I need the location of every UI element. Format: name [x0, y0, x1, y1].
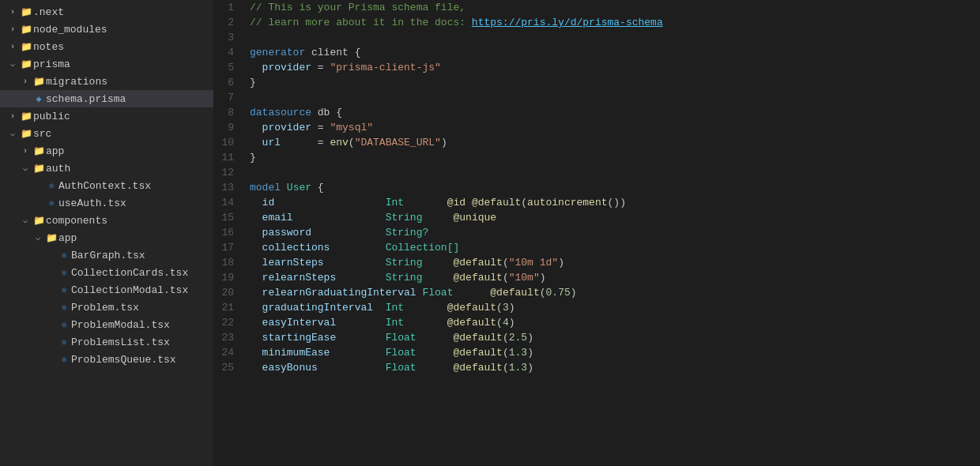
- attr-token: relearnSteps: [262, 272, 337, 284]
- sidebar-item-BarGraph.tsx[interactable]: ⚛ BarGraph.tsx: [0, 246, 213, 264]
- item-label: AuthContext.tsx: [58, 180, 213, 192]
- sidebar-item-components[interactable]: ⌵ 📁 components: [0, 212, 213, 229]
- type-token: Collection[]: [386, 242, 460, 254]
- code-line: 17 collections Collection[]: [213, 240, 980, 255]
- plain-token: [250, 347, 262, 359]
- line-number: 18: [213, 255, 247, 270]
- sidebar-item-src[interactable]: ⌵ 📁 src: [0, 125, 213, 142]
- plain-token: [250, 137, 262, 148]
- plain-token: [274, 197, 385, 209]
- decorator-token: @default: [447, 317, 496, 329]
- decorator-token: autoincrement: [527, 197, 607, 209]
- item-label: src: [33, 128, 213, 140]
- plain-token: =: [311, 122, 330, 133]
- line-code: [247, 90, 980, 105]
- item-label: prisma: [33, 58, 213, 70]
- plain-token: (: [503, 257, 509, 269]
- plain-token: [336, 317, 385, 329]
- code-line: 25 easyBonus Float @default(1.3): [213, 360, 980, 375]
- plain-token: [250, 287, 262, 299]
- plain-token: [330, 347, 385, 359]
- line-number: 20: [213, 285, 247, 300]
- code-line: 22 easyInterval Int @default(4): [213, 315, 980, 330]
- plain-token: [422, 212, 453, 224]
- ts-icon: ⚛: [57, 354, 71, 366]
- plain-token: [336, 332, 385, 344]
- sidebar-item-notes[interactable]: › 📁 notes: [0, 38, 213, 55]
- sidebar-item-Problem.tsx[interactable]: ⚛ Problem.tsx: [0, 299, 213, 316]
- sidebar-item-CollectionModal.tsx[interactable]: ⚛ CollectionModal.tsx: [0, 281, 213, 299]
- code-line: 9 provider = "mysql": [213, 120, 980, 135]
- plain-token: (: [503, 347, 509, 359]
- sidebar-item-node_modules[interactable]: › 📁 node_modules: [0, 21, 213, 38]
- sidebar-item-AuthContext.tsx[interactable]: ⚛ AuthContext.tsx: [0, 177, 213, 194]
- sidebar-item-useAuth.tsx[interactable]: ⚛ useAuth.tsx: [0, 194, 213, 212]
- line-code: password String?: [247, 225, 980, 240]
- line-number: 17: [213, 240, 247, 255]
- code-line: 19 relearnSteps String @default("10m"): [213, 270, 980, 285]
- line-number: 12: [213, 165, 247, 180]
- code-line: 18 learnSteps String @default("10m 1d"): [213, 255, 980, 270]
- line-number: 25: [213, 360, 247, 375]
- plain-token: [250, 212, 262, 224]
- plain-token: [250, 302, 262, 314]
- sidebar-item-migrations[interactable]: › 📁 migrations: [0, 73, 213, 90]
- sidebar-item-prisma[interactable]: ⌵ 📁 prisma: [0, 55, 213, 73]
- plain-token: (: [349, 137, 355, 148]
- string-token: "mysql": [330, 122, 373, 133]
- folder-arrow: ⌵: [19, 163, 32, 173]
- plain-token: [250, 317, 262, 329]
- line-code: provider = "prisma-client-js": [247, 60, 980, 75]
- plain-token: {: [311, 182, 324, 194]
- sidebar-item-schema.prisma[interactable]: ◈ schema.prisma: [0, 90, 213, 107]
- sidebar-item-ProblemsQueue.tsx[interactable]: ⚛ ProblemsQueue.tsx: [0, 351, 213, 368]
- string-token: "10m": [509, 272, 540, 284]
- plain-token: [250, 122, 262, 133]
- sidebar-item-ProblemModal.tsx[interactable]: ⚛ ProblemModal.tsx: [0, 316, 213, 333]
- plain-token: (: [496, 302, 503, 314]
- sidebar-item-app[interactable]: › 📁 app: [0, 142, 213, 160]
- plain-token: [336, 272, 385, 284]
- plain-token: [250, 242, 262, 254]
- folder-icon: 📁: [19, 24, 33, 36]
- folder-arrow: ⌵: [6, 59, 19, 69]
- decorator-token: @default: [453, 347, 502, 359]
- sidebar-item-ProblemsList.tsx[interactable]: ⚛ ProblemsList.tsx: [0, 333, 213, 351]
- line-code: relearnGraduatingInterval Float @default…: [247, 285, 980, 300]
- line-number: 9: [213, 120, 247, 135]
- type-token: String: [386, 272, 423, 284]
- number-token: 1.3: [509, 347, 527, 359]
- line-code: // learn more about it in the docs: http…: [247, 15, 980, 30]
- line-code: id Int @id @default(autoincrement()): [247, 195, 980, 210]
- folder-icon: 📁: [19, 111, 33, 122]
- type-token: Int: [386, 302, 404, 314]
- sidebar-item-next[interactable]: › 📁 .next: [0, 3, 213, 21]
- decorator-token: @default: [453, 332, 502, 344]
- line-code: }: [247, 150, 980, 165]
- modelname-token: User: [287, 182, 311, 194]
- sidebar-item-public[interactable]: › 📁 public: [0, 107, 213, 125]
- attr-token: graduatingInterval: [262, 302, 373, 314]
- line-code: relearnSteps String @default("10m"): [247, 270, 980, 285]
- code-line: 20 relearnGraduatingInterval Float @defa…: [213, 285, 980, 300]
- sidebar-item-app2[interactable]: ⌵ 📁 app: [0, 229, 213, 246]
- plain-token: [318, 362, 386, 374]
- type-token: Float: [386, 332, 416, 344]
- plain-token: [373, 302, 386, 314]
- keyword-token: generator: [250, 47, 305, 58]
- plain-token: [250, 227, 262, 239]
- line-number: 1: [213, 0, 247, 15]
- code-line: 24 minimumEase Float @default(1.3): [213, 345, 980, 360]
- line-number: 5: [213, 60, 247, 75]
- sidebar-item-auth[interactable]: ⌵ 📁 auth: [0, 160, 213, 177]
- ts-icon: ⚛: [57, 284, 71, 296]
- attr-token: provider: [262, 122, 311, 133]
- sidebar-item-CollectionCards.tsx[interactable]: ⚛ CollectionCards.tsx: [0, 264, 213, 281]
- attr-token: collections: [262, 242, 330, 254]
- attr-token: relearnGraduatingInterval: [262, 287, 416, 299]
- plain-token: =: [311, 62, 330, 73]
- comment-token: // learn more about it in the docs:: [250, 17, 472, 28]
- plain-token: ): [558, 257, 564, 269]
- plain-token: ): [509, 302, 515, 314]
- decorator-token: @default: [453, 272, 502, 284]
